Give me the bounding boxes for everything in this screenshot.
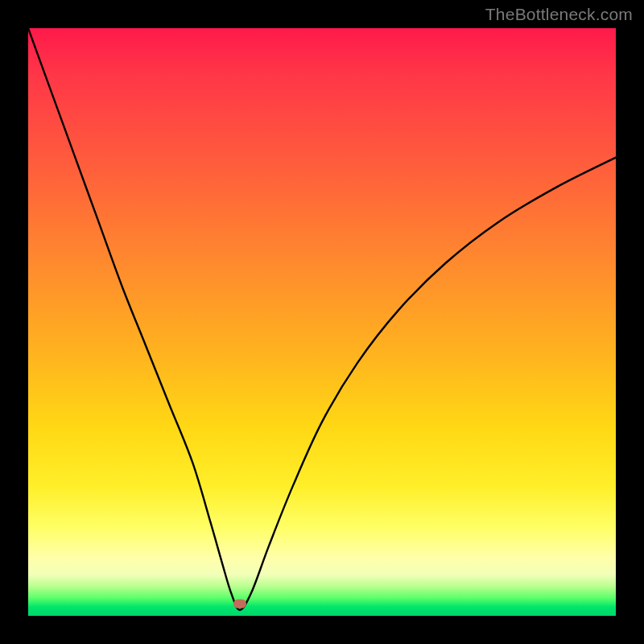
plot-area [28,28,616,616]
chart-frame: TheBottleneck.com [0,0,644,644]
bottleneck-marker [233,600,246,609]
watermark-text: TheBottleneck.com [485,5,633,24]
bottleneck-curve [28,28,616,616]
